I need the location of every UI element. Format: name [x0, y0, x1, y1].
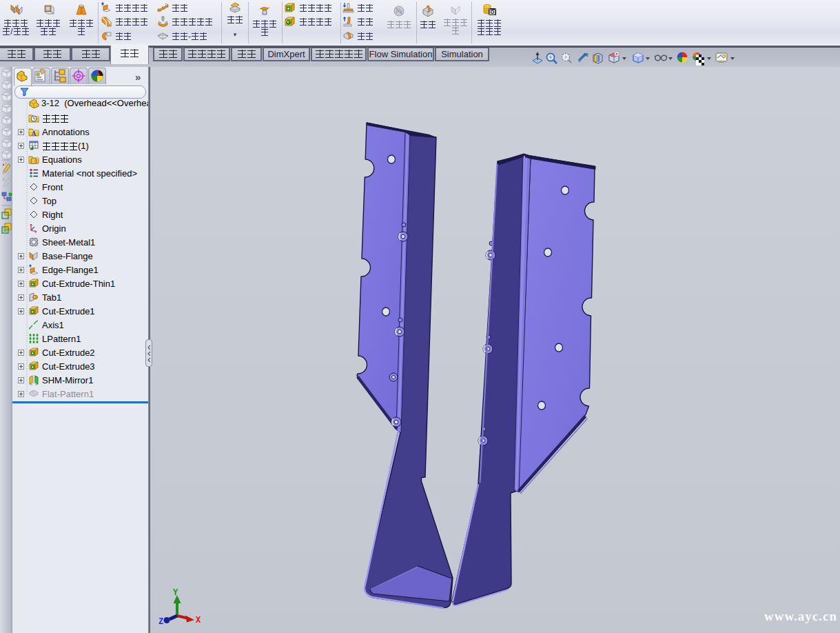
svg-text:Σ: Σ [32, 158, 36, 164]
svg-text:A: A [32, 130, 37, 137]
